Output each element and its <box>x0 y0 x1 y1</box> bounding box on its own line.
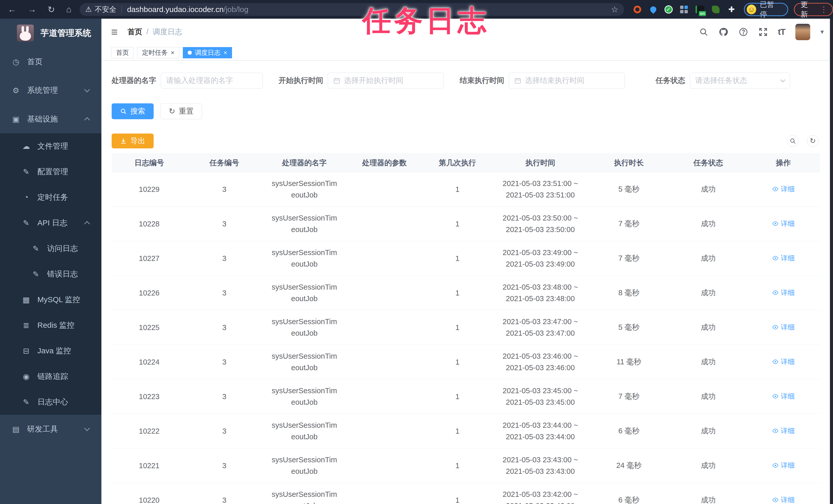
task-status-select[interactable]: 请选择任务状态 <box>690 73 790 89</box>
detail-link[interactable]: 详细 <box>772 495 794 504</box>
blue-drop-extension-icon[interactable] <box>649 5 658 14</box>
close-icon[interactable]: × <box>171 50 174 56</box>
sidebar-item-dev-tools[interactable]: ▤ 研发工具 <box>0 415 101 444</box>
mysql-monitor-icon: ▦ <box>22 295 31 304</box>
breadcrumb-home[interactable]: 首页 <box>127 27 142 37</box>
paused-profile-chip[interactable]: ☺ 已暂停 <box>744 3 788 16</box>
forward-icon[interactable]: → <box>28 4 37 14</box>
tag-home[interactable]: 首页 <box>111 47 134 58</box>
sidebar-item-label: API 日志 <box>38 218 67 228</box>
sidebar-item-error-logs[interactable]: ✎ 错误日志 <box>0 261 101 287</box>
browser-menu-icon[interactable]: ⋮ <box>820 5 828 14</box>
tag-job-log[interactable]: 调度日志 × <box>183 47 232 58</box>
detail-link[interactable]: 详细 <box>772 357 794 367</box>
on-badge-extension-icon[interactable]: on <box>695 5 705 14</box>
cell-log-id: 10220 <box>112 483 187 504</box>
cell-duration: 7 毫秒 <box>588 241 670 276</box>
sidebar-item-system-management[interactable]: ⚙ 系统管理 <box>0 76 101 105</box>
back-icon[interactable]: ← <box>8 4 16 14</box>
detail-link[interactable]: 详细 <box>772 219 794 228</box>
cell-handler-name: sysUserSessionTimeoutJob <box>262 207 347 241</box>
text-size-icon[interactable]: tT <box>778 27 785 37</box>
bookmark-star-icon[interactable]: ☆ <box>611 5 618 14</box>
eye-icon <box>772 186 779 193</box>
green-check-extension-icon[interactable]: ✓ <box>665 5 673 14</box>
cell-status: 成功 <box>670 449 746 483</box>
emoji-avatar-icon: ☺ <box>747 5 757 14</box>
cell-job-id: 3 <box>187 379 262 414</box>
column-header: 操作 <box>746 154 820 172</box>
grid-extension-icon[interactable] <box>680 5 689 14</box>
sidebar-item-api-logs[interactable]: ✎ API 日志 <box>0 210 101 236</box>
detail-link[interactable]: 详细 <box>772 288 794 297</box>
handler-name-input[interactable]: 请输入处理器的名字 <box>161 73 263 89</box>
filter-row: 处理器的名字 请输入处理器的名字 开始执行时间 选择开始执行时间 结束 <box>112 73 820 89</box>
filter-label: 任务状态 <box>656 75 685 86</box>
reset-button[interactable]: ↻ 重置 <box>160 103 202 119</box>
search-button[interactable]: 搜索 <box>112 103 153 119</box>
puzzle-extension-icon[interactable]: ✚ <box>727 5 736 14</box>
sidebar-item-scheduled-tasks[interactable]: ◔ 定时任务 <box>0 184 101 210</box>
eye-icon <box>772 255 779 261</box>
end-time-input[interactable]: 选择结束执行时间 <box>509 73 625 89</box>
cell-job-id: 3 <box>187 449 262 483</box>
tags-bar: 首页 定时任务 × 调度日志 × <box>101 45 830 60</box>
tag-scheduled-tasks[interactable]: 定时任务 × <box>137 47 179 58</box>
fullscreen-icon[interactable] <box>759 27 768 36</box>
sidebar-item-access-logs[interactable]: ✎ 访问日志 <box>0 236 101 261</box>
detail-link[interactable]: 详细 <box>772 254 794 263</box>
cell-execute-index: 1 <box>422 345 493 379</box>
sidebar-item-trace[interactable]: ◉ 链路追踪 <box>0 363 101 389</box>
sidebar-item-mysql-monitor[interactable]: ▦ MySQL 监控 <box>0 287 101 312</box>
select-placeholder: 请选择任务状态 <box>695 75 747 86</box>
home-icon[interactable]: ⌂ <box>66 4 72 14</box>
hamburger-icon[interactable]: ≡ <box>111 26 118 37</box>
app-logo <box>17 25 34 42</box>
github-icon[interactable] <box>718 27 728 37</box>
search-icon[interactable] <box>699 27 708 36</box>
user-avatar[interactable] <box>795 24 810 40</box>
help-icon[interactable] <box>738 27 748 37</box>
sidebar-item-home[interactable]: ◷ 首页 <box>0 47 101 76</box>
sidebar-item-redis-monitor[interactable]: ≣ Redis 监控 <box>0 312 101 338</box>
cell-execute-index: 1 <box>422 449 493 483</box>
detail-link[interactable]: 详细 <box>772 461 794 470</box>
cell-handler-name: sysUserSessionTimeoutJob <box>262 345 347 379</box>
app-title: 芋道管理系统 <box>41 27 91 39</box>
detail-link[interactable]: 详细 <box>772 392 794 401</box>
cell-status: 成功 <box>670 414 746 449</box>
sidebar-item-config-management[interactable]: ✎ 配置管理 <box>0 159 101 184</box>
export-button[interactable]: 导出 <box>112 133 153 148</box>
cell-handler-param <box>347 379 422 414</box>
reload-icon[interactable]: ↻ <box>48 4 55 15</box>
table-row: 10221 3 sysUserSessionTimeoutJob 1 2021-… <box>112 449 820 483</box>
browser-window: ← → ↻ ⌂ ⚠ 不安全 dashboard.yudao.iocoder.cn… <box>0 0 833 504</box>
cell-job-id: 3 <box>187 207 262 241</box>
chevron-down-icon <box>780 77 785 82</box>
sidebar-item-infrastructure[interactable]: ▣ 基础设施 <box>0 105 101 133</box>
green-leaf-extension-icon[interactable] <box>711 5 720 14</box>
refresh-table-button[interactable]: ↻ <box>807 135 819 147</box>
chevron-down-icon[interactable]: ▾ <box>820 28 824 36</box>
sidebar-item-file-management[interactable]: ☁ 文件管理 <box>0 133 101 159</box>
insecure-warning-icon: ⚠ <box>85 5 92 14</box>
input-placeholder: 选择结束执行时间 <box>525 75 585 86</box>
orange-ring-extension-icon[interactable] <box>633 5 642 14</box>
sidebar-item-java-monitor[interactable]: ⊟ Java 监控 <box>0 338 101 363</box>
table-body: 10229 3 sysUserSessionTimeoutJob 1 2021-… <box>112 172 820 504</box>
browser-chrome: ← → ↻ ⌂ ⚠ 不安全 dashboard.yudao.iocoder.cn… <box>0 0 833 19</box>
start-time-input[interactable]: 选择开始执行时间 <box>328 73 444 89</box>
url-bar[interactable]: ⚠ 不安全 dashboard.yudao.iocoder.cn /job/lo… <box>80 3 624 16</box>
browser-update-button[interactable]: 更新 ⋮ <box>794 3 833 16</box>
column-header: 第几次执行 <box>422 154 493 172</box>
detail-link[interactable]: 详细 <box>772 426 794 435</box>
detail-link[interactable]: 详细 <box>772 184 794 194</box>
cell-handler-name: sysUserSessionTimeoutJob <box>262 379 347 414</box>
show-search-button[interactable] <box>787 135 799 147</box>
sidebar-item-log-center[interactable]: ✎ 日志中心 <box>0 389 101 415</box>
detail-link-label: 详细 <box>781 461 794 470</box>
close-icon[interactable]: × <box>223 50 227 56</box>
detail-link[interactable]: 详细 <box>772 323 794 332</box>
table-row: 10224 3 sysUserSessionTimeoutJob 1 2021-… <box>112 345 820 379</box>
sidebar-item-label: MySQL 监控 <box>38 295 80 305</box>
